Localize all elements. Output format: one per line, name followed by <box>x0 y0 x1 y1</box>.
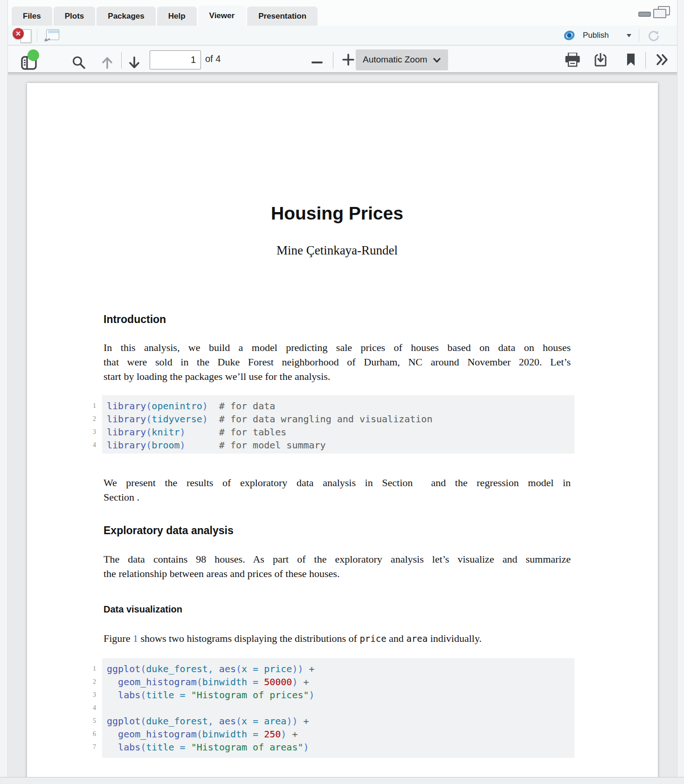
code-line: 1ggplot(duke_forest, aes(x = price)) + <box>102 662 574 675</box>
close-viewer-button[interactable]: ✕ <box>13 28 31 43</box>
text-run: start by loading the packages we’ll use … <box>104 371 330 382</box>
text-run: and <box>387 633 407 644</box>
zoom-in-icon[interactable] <box>342 54 354 66</box>
close-icon: ✕ <box>13 28 24 39</box>
code-line: 3library(knitr) # for tables <box>102 426 574 439</box>
code-line: 7 labs(title = "Histogram of areas") <box>102 741 574 754</box>
tab-label: Plots <box>65 12 84 21</box>
minimize-pane-icon[interactable] <box>638 12 651 17</box>
tab-viewer[interactable]: Viewer <box>198 6 246 26</box>
tab-help[interactable]: Help <box>157 7 197 26</box>
tab-label: Help <box>168 12 186 21</box>
tab-label: Packages <box>108 12 144 21</box>
toolbar-separator <box>645 52 646 69</box>
paragraph: We present the results of exploratory da… <box>104 475 571 504</box>
document-author: Mine Çetinkaya-Rundel <box>104 243 571 258</box>
text-run: shows two histograms displaying the dist… <box>138 633 359 644</box>
code-line: 2library(tidyverse) # for data wrangling… <box>102 413 574 426</box>
toolbar-separator <box>639 29 639 42</box>
download-icon[interactable] <box>594 52 608 67</box>
code-line-number: 1 <box>77 399 96 413</box>
code-line: 1library(openintro) # for data <box>102 399 574 413</box>
publish-group: Publish <box>556 26 677 45</box>
window-bottom-edge <box>0 777 684 784</box>
code-line: 4library(broom) # for model summary <box>102 439 574 452</box>
text-run: The data contains 98 houses. As part of … <box>104 553 571 565</box>
code-line-number: 3 <box>77 426 96 439</box>
bookmark-icon[interactable] <box>626 53 636 66</box>
inline-code: price <box>359 633 386 644</box>
page-number-input[interactable] <box>150 50 201 69</box>
code-line: 4 <box>102 701 574 715</box>
next-page-icon[interactable] <box>128 55 140 70</box>
text-run: In this analysis, we build a model predi… <box>104 342 571 353</box>
popout-arrow-icon <box>43 32 52 41</box>
tab-label: Viewer <box>209 11 235 21</box>
code-line: 6 geom_histogram(binwidth = 250) + <box>102 728 574 741</box>
code-line-number: 6 <box>77 728 96 741</box>
section-heading-introduction: Introduction <box>104 313 571 326</box>
rstudio-window: FilesPlotsPackagesHelpViewerPresentation… <box>0 0 684 784</box>
print-icon[interactable] <box>565 53 580 67</box>
code-block-libraries: 1library(openintro) # for data2library(t… <box>102 395 574 454</box>
code-line-number: 5 <box>77 715 96 728</box>
code-line-number: 4 <box>77 439 96 452</box>
paragraph: In this analysis, we build a model predi… <box>104 340 571 384</box>
toolbar-separator <box>121 52 122 69</box>
previous-page-icon[interactable] <box>101 55 113 70</box>
page-count-label: of 4 <box>205 54 221 64</box>
inline-code: area <box>406 633 428 644</box>
more-tools-icon[interactable] <box>656 54 670 66</box>
paragraph: Figure 1 shows two histograms displaying… <box>104 631 571 646</box>
code-line-number: 3 <box>77 688 96 701</box>
pop-out-window-button[interactable] <box>43 29 59 41</box>
text-run: that were sold in the Duke Forest neighb… <box>104 356 571 368</box>
publish-dropdown-caret[interactable] <box>627 34 631 37</box>
pdf-page: Housing Prices Mine Çetinkaya-Rundel Int… <box>27 83 658 777</box>
code-block-histograms: 1ggplot(duke_forest, aes(x = price)) +2 … <box>102 658 574 758</box>
zoom-select[interactable]: Automatic Zoom <box>356 49 448 70</box>
code-line-number: 7 <box>77 741 96 754</box>
subsection-heading-dataviz: Data visualization <box>104 604 571 615</box>
code-line-number: 1 <box>77 662 96 675</box>
publish-icon <box>563 29 575 41</box>
code-line-number: 4 <box>77 701 96 715</box>
tab-label: Presentation <box>258 12 306 21</box>
pdf-viewer-area[interactable]: Housing Prices Mine Çetinkaya-Rundel Int… <box>8 73 677 777</box>
refresh-icon[interactable] <box>647 29 660 42</box>
code-line: 2 geom_histogram(binwidth = 50000) + <box>102 675 574 688</box>
code-line-number: 2 <box>77 675 96 688</box>
pdf-toolbar: of 4 Automatic Zoom <box>8 45 677 73</box>
viewer-toolbar: ✕ Publish <box>8 26 677 45</box>
viewer-pane: FilesPlotsPackagesHelpViewerPresentation… <box>7 0 677 777</box>
code-line: 3 labs(title = "Histogram of prices") <box>102 688 574 701</box>
status-green-dot <box>28 49 39 61</box>
tab-label: Files <box>23 12 41 21</box>
zoom-out-icon[interactable] <box>311 62 323 63</box>
maximize-front-square <box>653 9 666 18</box>
figure-reference-link[interactable]: 1 <box>133 633 138 644</box>
tab-files[interactable]: Files <box>12 7 52 26</box>
code-line: 5ggplot(duke_forest, aes(x = area)) + <box>102 715 574 728</box>
code-line-number: 2 <box>77 413 96 426</box>
search-icon[interactable] <box>72 55 86 70</box>
text-run: We present the results of exploratory da… <box>104 477 571 488</box>
paragraph: The data contains 98 houses. As part of … <box>104 552 571 581</box>
zoom-select-value: Automatic Zoom <box>363 55 427 65</box>
publish-button[interactable]: Publish <box>583 31 609 40</box>
text-run: Figure <box>104 633 133 644</box>
chevron-down-icon <box>433 58 441 63</box>
pane-tab-bar: FilesPlotsPackagesHelpViewerPresentation <box>8 6 677 26</box>
tab-presentation[interactable]: Presentation <box>247 7 318 26</box>
toolbar-separator <box>37 29 37 42</box>
tab-plots[interactable]: Plots <box>54 7 96 26</box>
document-title: Housing Prices <box>104 203 571 224</box>
text-run: the relationship between areas and price… <box>104 568 339 579</box>
tab-packages[interactable]: Packages <box>97 7 155 26</box>
maximize-pane-icon[interactable] <box>653 6 670 18</box>
text-run: individually. <box>428 633 482 644</box>
section-heading-eda: Exploratory data analysis <box>104 524 571 537</box>
text-run: Section . <box>104 491 139 503</box>
toolbar-separator <box>333 52 333 69</box>
